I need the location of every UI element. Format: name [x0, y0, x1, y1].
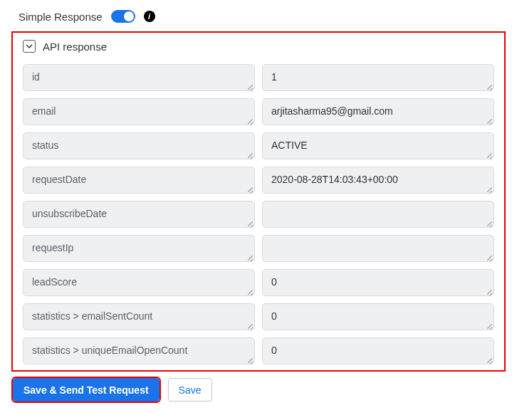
key-cell[interactable]: statistics > uniqueEmailOpenCount: [23, 337, 255, 364]
value-cell[interactable]: [262, 201, 494, 228]
resize-handle-icon[interactable]: [486, 152, 492, 158]
resize-handle-icon[interactable]: [247, 84, 253, 90]
table-row: leadScore 0: [23, 269, 494, 296]
resize-handle-icon[interactable]: [247, 255, 253, 261]
resize-handle-icon[interactable]: [247, 152, 253, 158]
simple-response-label: Simple Response: [19, 11, 103, 23]
value-cell[interactable]: arjitasharma95@gmail.com: [262, 98, 494, 125]
table-row: statistics > uniqueEmailOpenCount 0: [23, 337, 494, 364]
save-send-test-request-button[interactable]: Save & Send Test Request: [13, 378, 160, 401]
resize-handle-icon[interactable]: [486, 255, 492, 261]
simple-response-header: Simple Response i: [6, 6, 511, 31]
table-row: unsubscribeDate: [23, 201, 494, 228]
footer-actions: Save & Send Test Request Save: [6, 372, 511, 408]
resize-handle-icon[interactable]: [247, 221, 253, 226]
table-row: requestDate 2020-08-28T14:03:43+00:00: [23, 167, 494, 194]
key-cell[interactable]: requestIp: [23, 235, 255, 262]
resize-handle-icon[interactable]: [486, 289, 492, 295]
collapse-toggle[interactable]: [23, 40, 36, 53]
api-response-panel: API response id 1 email arjitasharma95@g…: [11, 31, 506, 372]
table-row: requestIp: [23, 235, 494, 262]
key-cell[interactable]: unsubscribeDate: [23, 201, 255, 228]
key-cell[interactable]: status: [23, 132, 255, 159]
resize-handle-icon[interactable]: [486, 187, 492, 192]
table-row: email arjitasharma95@gmail.com: [23, 98, 494, 125]
resize-handle-icon[interactable]: [486, 84, 492, 90]
key-cell[interactable]: id: [23, 64, 255, 91]
value-cell[interactable]: 0: [262, 269, 494, 296]
key-cell[interactable]: email: [23, 98, 255, 125]
table-row: status ACTIVE: [23, 132, 494, 159]
resize-handle-icon[interactable]: [247, 289, 253, 295]
api-rows: id 1 email arjitasharma95@gmail.com stat…: [13, 56, 504, 372]
resize-handle-icon[interactable]: [247, 118, 253, 124]
table-row: id 1: [23, 64, 494, 91]
table-row: statistics > emailSentCount 0: [23, 303, 494, 330]
resize-handle-icon[interactable]: [486, 357, 492, 363]
api-response-title: API response: [43, 41, 107, 53]
value-cell[interactable]: 0: [262, 337, 494, 364]
value-cell[interactable]: 1: [262, 64, 494, 91]
key-cell[interactable]: statistics > emailSentCount: [23, 303, 255, 330]
chevron-down-icon: [26, 43, 33, 50]
resize-handle-icon[interactable]: [486, 221, 492, 226]
info-icon[interactable]: i: [144, 11, 155, 22]
resize-handle-icon[interactable]: [247, 187, 253, 192]
resize-handle-icon[interactable]: [486, 323, 492, 329]
value-cell[interactable]: 2020-08-28T14:03:43+00:00: [262, 167, 494, 194]
value-cell[interactable]: ACTIVE: [262, 132, 494, 159]
api-response-header: API response: [13, 40, 504, 56]
value-cell[interactable]: 0: [262, 303, 494, 330]
key-cell[interactable]: leadScore: [23, 269, 255, 296]
key-cell[interactable]: requestDate: [23, 167, 255, 194]
resize-handle-icon[interactable]: [486, 118, 492, 124]
resize-handle-icon[interactable]: [247, 323, 253, 329]
resize-handle-icon[interactable]: [247, 357, 253, 363]
save-button[interactable]: Save: [168, 378, 212, 401]
value-cell[interactable]: [262, 235, 494, 262]
simple-response-toggle[interactable]: [111, 10, 135, 23]
